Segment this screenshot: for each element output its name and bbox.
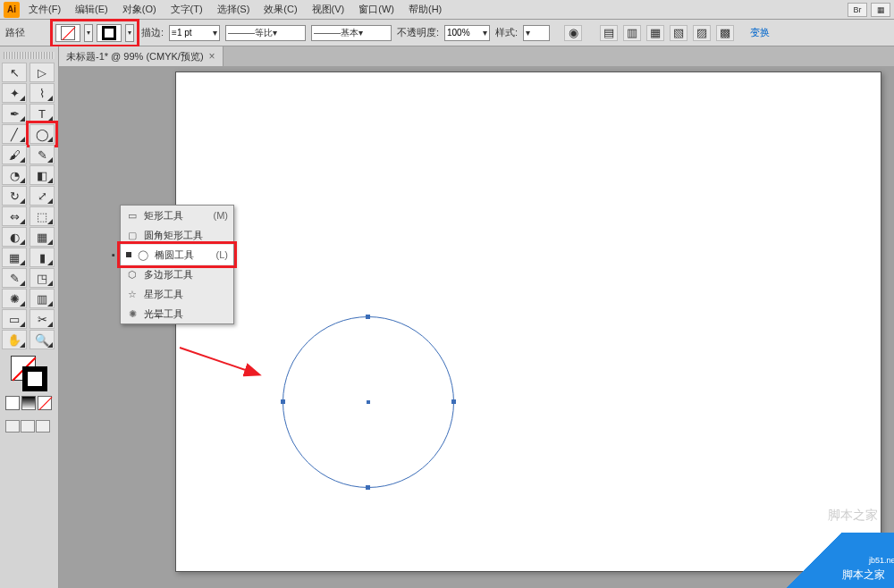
slice-tool[interactable]: ✂ (30, 309, 55, 329)
line-tool[interactable]: ╱ (2, 124, 27, 144)
ellipse-path[interactable] (283, 316, 454, 488)
anchor-bottom[interactable] (366, 485, 370, 490)
stroke-indicator[interactable] (22, 366, 47, 391)
hand-tool[interactable]: ✋ (2, 330, 27, 349)
align-4-icon[interactable]: ▧ (670, 25, 687, 41)
free-transform-tool[interactable]: ⬚ (30, 206, 55, 226)
screen-mode-1[interactable] (5, 420, 20, 433)
screen-mode-2[interactable] (21, 420, 35, 433)
watermark-banner: jb51.net 脚本之家 (742, 533, 894, 588)
rotate-tool[interactable]: ↻ (2, 186, 27, 206)
fill-stroke-swatches: ▾ ▾ (54, 22, 136, 44)
fill-dropdown-arrow[interactable]: ▾ (84, 24, 93, 42)
width-tool[interactable]: ⇔ (2, 206, 27, 226)
paintbrush-tool[interactable]: 🖌 (2, 145, 27, 164)
menu-edit[interactable]: 编辑(E) (70, 1, 114, 18)
menu-object[interactable]: 对象(O) (117, 1, 162, 18)
document-tab-bar: 未标题-1* @ 99% (CMYK/预览) × (59, 46, 894, 66)
selection-tool[interactable]: ↖ (2, 63, 27, 82)
graphic-style-select[interactable]: ▾ (523, 25, 550, 41)
transform-link[interactable]: 变换 (750, 26, 770, 39)
gradient-tool[interactable]: ▮ (30, 248, 55, 267)
color-mode-none[interactable] (38, 396, 52, 410)
magic-wand-tool[interactable]: ✦ (2, 83, 27, 103)
stroke-dropdown-arrow[interactable]: ▾ (125, 24, 134, 42)
eraser-tool[interactable]: ◧ (30, 165, 55, 185)
stroke-weight-value[interactable] (177, 28, 213, 38)
screen-mode-3[interactable] (36, 420, 50, 433)
document-tab-title: 未标题-1* @ 99% (CMYK/预览) (66, 50, 204, 63)
canvas-viewport[interactable]: ▭ 矩形工具 (M) ▢ 圆角矩形工具 ◯ 椭圆工具 (L) ⬡ 多边形工具 (59, 66, 894, 588)
svg-line-1 (180, 348, 258, 374)
align-3-icon[interactable]: ▦ (646, 25, 664, 41)
flyout-polygon[interactable]: ⬡ 多边形工具 (121, 265, 233, 284)
polygon-icon: ⬡ (126, 269, 139, 281)
eyedropper-tool[interactable]: ✎ (2, 268, 27, 288)
menu-type[interactable]: 文字(T) (165, 1, 208, 18)
anchor-top[interactable] (366, 315, 370, 319)
rectangle-icon: ▭ (126, 210, 139, 222)
menu-file[interactable]: 文件(F) (23, 1, 66, 18)
watermark-text: 脚本之家 (828, 508, 878, 524)
stroke-swatch-button[interactable] (97, 24, 122, 42)
menu-help[interactable]: 帮助(H) (403, 1, 447, 18)
shape-tool[interactable]: ◯ (30, 124, 55, 144)
blend-tool[interactable]: ◳ (30, 268, 55, 288)
direct-selection-tool[interactable]: ▷ (30, 63, 55, 82)
pen-tool[interactable]: ✒ (2, 104, 27, 123)
flyout-ellipse[interactable]: ◯ 椭圆工具 (L) (121, 245, 233, 265)
align-1-icon[interactable]: ▤ (600, 25, 618, 41)
menu-view[interactable]: 视图(V) (307, 1, 350, 18)
selected-marker-icon (126, 252, 131, 257)
flyout-label: 矩形工具 (144, 209, 183, 223)
color-mode-solid[interactable] (5, 396, 20, 410)
blob-brush-tool[interactable]: ◔ (2, 165, 27, 185)
flyout-label: 多边形工具 (144, 268, 193, 281)
menu-window[interactable]: 窗口(W) (353, 1, 400, 18)
flyout-rectangle[interactable]: ▭ 矩形工具 (M) (121, 206, 233, 225)
symbol-sprayer-tool[interactable]: ✺ (2, 289, 27, 308)
arrange-docs-icon[interactable]: ▦ (871, 3, 890, 17)
artboard[interactable] (175, 71, 881, 572)
align-5-icon[interactable]: ▨ (693, 25, 711, 41)
tab-close-icon[interactable]: × (209, 50, 215, 63)
toolbox-grip[interactable] (4, 52, 55, 59)
opacity-input[interactable]: ▾ (444, 25, 490, 41)
document-area: 未标题-1* @ 99% (CMYK/预览) × ▭ 矩形工具 (M) ▢ 圆角… (59, 46, 894, 588)
document-tab[interactable]: 未标题-1* @ 99% (CMYK/预览) × (59, 46, 224, 66)
stroke-profile-select[interactable]: ——— 基本 ▾ (311, 25, 392, 41)
artboard-tool[interactable]: ▭ (2, 309, 27, 329)
anchor-right[interactable] (451, 399, 456, 404)
rounded-rect-icon: ▢ (126, 230, 139, 241)
menu-bar: Ai 文件(F) 编辑(E) 对象(O) 文字(T) 选择(S) 效果(C) 视… (0, 0, 894, 20)
shape-tool-flyout: ▭ 矩形工具 (M) ▢ 圆角矩形工具 ◯ 椭圆工具 (L) ⬡ 多边形工具 (120, 205, 234, 324)
zoom-tool[interactable]: 🔍 (30, 330, 55, 349)
flyout-rounded-rect[interactable]: ▢ 圆角矩形工具 (121, 225, 233, 245)
align-2-icon[interactable]: ▥ (623, 25, 641, 41)
align-6-icon[interactable]: ▩ (716, 25, 734, 41)
dash-label: 等比 (255, 27, 273, 39)
opacity-value[interactable] (447, 28, 483, 38)
flyout-flare[interactable]: ✺ 光晕工具 (121, 304, 233, 323)
bridge-icon[interactable]: Br (848, 3, 867, 17)
fill-stroke-indicator[interactable] (5, 354, 53, 391)
scale-tool[interactable]: ⤢ (30, 186, 55, 206)
stroke-dash-select[interactable]: ——— 等比 ▾ (225, 25, 306, 41)
type-tool[interactable]: T (30, 104, 55, 123)
mesh-tool[interactable]: ▦ (2, 248, 27, 267)
menu-effect[interactable]: 效果(C) (258, 1, 302, 18)
shape-builder-tool[interactable]: ◐ (2, 227, 27, 247)
recolor-icon[interactable]: ◉ (564, 25, 582, 41)
style-label: 样式: (495, 26, 518, 39)
graph-tool[interactable]: ▥ (30, 289, 55, 308)
fill-swatch-button[interactable] (55, 24, 80, 42)
stroke-weight-input[interactable]: ≡▾ (169, 25, 220, 41)
toolbox: ↖ ▷ ✦ ⌇ ✒ T ╱ ◯ 🖌 ✎ ◔ ◧ ↻ ⤢ ⇔ ⬚ ◐ ▦ ▦ ▮ … (0, 46, 59, 588)
pencil-tool[interactable]: ✎ (30, 145, 55, 164)
perspective-tool[interactable]: ▦ (30, 227, 55, 247)
flyout-star[interactable]: ☆ 星形工具 (121, 284, 233, 304)
menu-select[interactable]: 选择(S) (212, 1, 256, 18)
color-mode-gradient[interactable] (21, 396, 36, 410)
lasso-tool[interactable]: ⌇ (30, 83, 55, 103)
anchor-left[interactable] (281, 399, 285, 404)
